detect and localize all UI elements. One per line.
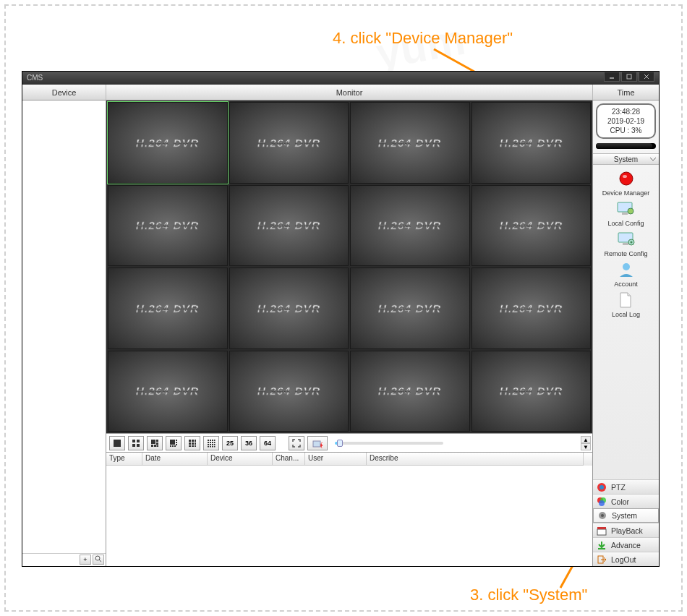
log-col-header[interactable]: Date	[142, 453, 208, 466]
system-panel-title[interactable]: System	[593, 153, 659, 165]
device-manager-button[interactable]: Device Manager	[602, 169, 650, 197]
maximize-button[interactable]	[621, 72, 637, 82]
svg-rect-21	[176, 442, 177, 443]
svg-rect-27	[192, 440, 194, 442]
svg-point-64	[623, 263, 630, 270]
clock-time: 23:48:28	[599, 107, 652, 116]
device-pane: +	[22, 100, 106, 566]
system-items: Device Manager Local Config Remote Confi…	[593, 165, 659, 479]
remote-config-button[interactable]: Remote Config	[604, 230, 647, 257]
svg-rect-34	[195, 445, 196, 447]
local-log-button[interactable]: Local Log	[612, 291, 640, 318]
svg-rect-25	[174, 445, 176, 447]
camera-tile[interactable]: H.264 DVR	[229, 185, 349, 267]
volume-slider[interactable]	[335, 442, 443, 445]
layout-36-button[interactable]: 36	[241, 436, 257, 450]
monitor-gear-icon	[617, 230, 636, 249]
camera-tile[interactable]: H.264 DVR	[108, 102, 228, 184]
svg-rect-22	[176, 444, 177, 445]
menu-ptz-label: PTZ	[611, 483, 626, 492]
svg-rect-3	[627, 74, 631, 79]
device-search-button[interactable]	[93, 555, 104, 565]
layout-64-button[interactable]: 64	[260, 436, 276, 450]
svg-rect-10	[137, 440, 140, 442]
log-header: TypeDateDeviceChan...UserDescribe	[106, 453, 592, 466]
color-icon	[597, 497, 607, 507]
log-col-header[interactable]: Type	[106, 453, 142, 466]
log-area: TypeDateDeviceChan...UserDescribe	[106, 452, 592, 566]
account-button[interactable]: Account	[614, 260, 638, 288]
camera-label: H.264 DVR	[257, 385, 320, 397]
menu-playback[interactable]: PlayBack	[593, 523, 659, 537]
menu-color-label: Color	[611, 497, 629, 506]
layout-16-button[interactable]	[203, 436, 219, 450]
minimize-button[interactable]	[604, 72, 620, 82]
header-row: Device Monitor Time	[22, 85, 659, 100]
menu-advance-label: Advance	[611, 541, 641, 549]
local-config-button[interactable]: Local Config	[607, 200, 644, 227]
layout-1-button[interactable]	[109, 436, 125, 450]
camera-tile[interactable]: H.264 DVR	[350, 268, 470, 349]
log-col-header[interactable]: Chan...	[273, 453, 305, 466]
camera-label: H.264 DVR	[257, 302, 320, 315]
log-col-header[interactable]: User	[305, 453, 367, 466]
camera-tile[interactable]: H.264 DVR	[229, 351, 349, 432]
camera-tile[interactable]: H.264 DVR	[471, 268, 592, 349]
svg-rect-49	[212, 446, 213, 448]
menu-system[interactable]: System	[593, 508, 659, 523]
svg-rect-73	[597, 527, 606, 529]
camera-tile[interactable]: H.264 DVR	[350, 185, 470, 267]
menu-color[interactable]: Color	[593, 494, 659, 508]
svg-rect-18	[157, 445, 159, 447]
camera-label: H.264 DVR	[500, 137, 563, 149]
svg-rect-51	[313, 441, 320, 447]
svg-rect-47	[208, 446, 209, 448]
ptz-icon	[597, 482, 607, 492]
layout-8-button[interactable]	[166, 436, 182, 450]
camera-tile[interactable]: H.264 DVR	[350, 351, 470, 432]
camera-tile[interactable]: H.264 DVR	[471, 185, 592, 267]
menu-logout[interactable]: LogOut	[593, 552, 659, 566]
logout-icon	[597, 555, 607, 565]
menu-ptz[interactable]: PTZ	[593, 479, 659, 494]
scroll-up-button[interactable]: ▲	[581, 436, 591, 443]
close-button[interactable]	[639, 72, 654, 82]
log-body[interactable]	[106, 466, 592, 566]
record-icon	[617, 169, 636, 188]
log-col-header[interactable]: Device	[208, 453, 273, 466]
device-tree[interactable]	[22, 100, 106, 553]
layout-4-button[interactable]	[128, 436, 144, 450]
camera-label: H.264 DVR	[378, 137, 441, 149]
camera-tile[interactable]: H.264 DVR	[471, 102, 592, 184]
camera-tile[interactable]: H.264 DVR	[229, 102, 349, 184]
svg-rect-58	[622, 213, 628, 215]
camera-tile[interactable]: H.264 DVR	[108, 185, 228, 267]
device-add-button[interactable]: +	[80, 555, 91, 565]
cpu-bar	[596, 143, 656, 149]
svg-rect-50	[214, 446, 216, 448]
layout-25-button[interactable]: 25	[222, 436, 238, 450]
svg-point-71	[601, 514, 604, 517]
camera-tile[interactable]: H.264 DVR	[471, 351, 592, 432]
header-monitor: Monitor	[106, 85, 592, 100]
clock-cpu: CPU : 3%	[599, 126, 652, 135]
log-col-header[interactable]: Describe	[367, 453, 584, 466]
layout-6-button[interactable]	[147, 436, 163, 450]
menu-advance[interactable]: Advance	[593, 537, 659, 552]
disconnect-button[interactable]	[307, 436, 328, 450]
camera-label: H.264 DVR	[378, 385, 441, 397]
camera-tile[interactable]: H.264 DVR	[229, 268, 349, 349]
svg-rect-13	[151, 440, 155, 444]
camera-tile[interactable]: H.264 DVR	[108, 351, 228, 432]
header-device: Device	[22, 85, 106, 100]
system-panel-title-label: System	[614, 155, 638, 163]
svg-rect-12	[137, 444, 140, 447]
scroll-down-button[interactable]: ▼	[581, 443, 591, 450]
camera-label: H.264 DVR	[257, 137, 320, 149]
svg-rect-38	[214, 440, 216, 441]
layout-9-button[interactable]	[184, 436, 200, 450]
fullscreen-button[interactable]	[289, 436, 304, 450]
camera-tile[interactable]: H.264 DVR	[108, 268, 228, 349]
camera-tile[interactable]: H.264 DVR	[350, 102, 470, 184]
svg-rect-19	[170, 440, 175, 445]
